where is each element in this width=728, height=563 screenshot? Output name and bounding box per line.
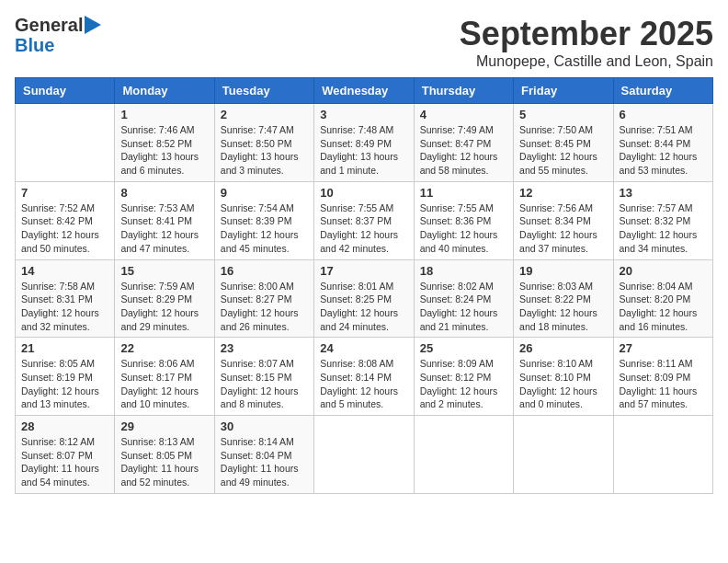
table-row: 16Sunrise: 8:00 AM Sunset: 8:27 PM Dayli…	[214, 259, 313, 338]
day-info: Sunrise: 8:12 AM Sunset: 8:07 PM Dayligh…	[21, 435, 108, 489]
day-info: Sunrise: 8:08 AM Sunset: 8:14 PM Dayligh…	[320, 357, 407, 411]
day-number: 5	[519, 108, 607, 121]
table-row: 6Sunrise: 7:51 AM Sunset: 8:44 PM Daylig…	[613, 104, 712, 182]
day-number: 14	[21, 264, 108, 278]
calendar-title-section: September 2025 Munopepe, Castille and Le…	[460, 15, 713, 70]
day-info: Sunrise: 7:53 AM Sunset: 8:41 PM Dayligh…	[120, 201, 208, 256]
day-info: Sunrise: 8:10 AM Sunset: 8:10 PM Dayligh…	[519, 357, 607, 411]
day-number: 1	[120, 108, 208, 121]
table-row: 30Sunrise: 8:14 AM Sunset: 8:04 PM Dayli…	[214, 416, 313, 494]
day-info: Sunrise: 7:50 AM Sunset: 8:45 PM Dayligh…	[519, 123, 607, 178]
table-row	[16, 104, 115, 182]
table-row: 18Sunrise: 8:02 AM Sunset: 8:24 PM Dayli…	[414, 259, 513, 338]
table-row: 2Sunrise: 7:47 AM Sunset: 8:50 PM Daylig…	[214, 104, 313, 182]
table-row: 23Sunrise: 8:07 AM Sunset: 8:15 PM Dayli…	[214, 338, 313, 416]
day-number: 13	[620, 186, 707, 200]
calendar-week-5: 28Sunrise: 8:12 AM Sunset: 8:07 PM Dayli…	[16, 416, 713, 494]
day-number: 2	[221, 108, 308, 121]
day-number: 25	[420, 341, 507, 355]
calendar-week-1: 1Sunrise: 7:46 AM Sunset: 8:52 PM Daylig…	[16, 104, 713, 182]
day-info: Sunrise: 7:56 AM Sunset: 8:34 PM Dayligh…	[519, 201, 607, 256]
header-monday: Monday	[115, 78, 214, 104]
day-number: 8	[120, 186, 208, 200]
day-info: Sunrise: 8:11 AM Sunset: 8:09 PM Dayligh…	[620, 357, 707, 411]
calendar-table: Sunday Monday Tuesday Wednesday Thursday…	[15, 77, 713, 494]
table-row: 5Sunrise: 7:50 AM Sunset: 8:45 PM Daylig…	[514, 104, 613, 182]
day-number: 30	[221, 419, 308, 433]
day-info: Sunrise: 7:48 AM Sunset: 8:49 PM Dayligh…	[320, 123, 407, 178]
table-row: 27Sunrise: 8:11 AM Sunset: 8:09 PM Dayli…	[613, 338, 712, 416]
table-row: 9Sunrise: 7:54 AM Sunset: 8:39 PM Daylig…	[214, 181, 313, 259]
header-tuesday: Tuesday	[214, 78, 313, 104]
calendar-week-4: 21Sunrise: 8:05 AM Sunset: 8:19 PM Dayli…	[16, 338, 713, 416]
day-number: 20	[620, 264, 707, 278]
day-number: 24	[320, 341, 407, 355]
header-thursday: Thursday	[414, 78, 513, 104]
table-row: 19Sunrise: 8:03 AM Sunset: 8:22 PM Dayli…	[514, 259, 613, 338]
day-info: Sunrise: 7:54 AM Sunset: 8:39 PM Dayligh…	[221, 201, 308, 256]
table-row	[514, 416, 613, 494]
calendar-week-3: 14Sunrise: 7:58 AM Sunset: 8:31 PM Dayli…	[16, 259, 713, 338]
day-number: 10	[320, 186, 407, 200]
day-info: Sunrise: 8:09 AM Sunset: 8:12 PM Dayligh…	[420, 357, 507, 411]
day-number: 9	[221, 186, 308, 200]
day-info: Sunrise: 8:02 AM Sunset: 8:24 PM Dayligh…	[420, 280, 507, 334]
header-friday: Friday	[514, 78, 613, 104]
table-row: 24Sunrise: 8:08 AM Sunset: 8:14 PM Dayli…	[314, 338, 414, 416]
table-row: 29Sunrise: 8:13 AM Sunset: 8:05 PM Dayli…	[115, 416, 214, 494]
day-info: Sunrise: 8:03 AM Sunset: 8:22 PM Dayligh…	[519, 280, 607, 334]
day-number: 27	[620, 341, 707, 355]
day-number: 15	[120, 264, 208, 278]
day-number: 17	[320, 264, 407, 278]
table-row: 14Sunrise: 7:58 AM Sunset: 8:31 PM Dayli…	[16, 259, 115, 338]
day-number: 18	[420, 264, 507, 278]
day-info: Sunrise: 8:05 AM Sunset: 8:19 PM Dayligh…	[21, 357, 108, 411]
table-row: 26Sunrise: 8:10 AM Sunset: 8:10 PM Dayli…	[514, 338, 613, 416]
day-number: 12	[519, 186, 607, 200]
calendar-header-row: Sunday Monday Tuesday Wednesday Thursday…	[16, 78, 713, 104]
day-info: Sunrise: 7:49 AM Sunset: 8:47 PM Dayligh…	[420, 123, 507, 178]
table-row: 20Sunrise: 8:04 AM Sunset: 8:20 PM Dayli…	[613, 259, 712, 338]
table-row: 8Sunrise: 7:53 AM Sunset: 8:41 PM Daylig…	[115, 181, 214, 259]
table-row: 22Sunrise: 8:06 AM Sunset: 8:17 PM Dayli…	[115, 338, 214, 416]
day-number: 22	[120, 341, 208, 355]
day-info: Sunrise: 7:52 AM Sunset: 8:42 PM Dayligh…	[21, 201, 108, 256]
logo-general-text: General	[15, 15, 83, 35]
day-number: 11	[420, 186, 507, 200]
day-number: 3	[320, 108, 407, 121]
table-row: 17Sunrise: 8:01 AM Sunset: 8:25 PM Dayli…	[314, 259, 414, 338]
svg-marker-0	[85, 16, 101, 34]
table-row	[314, 416, 414, 494]
table-row: 25Sunrise: 8:09 AM Sunset: 8:12 PM Dayli…	[414, 338, 513, 416]
table-row: 21Sunrise: 8:05 AM Sunset: 8:19 PM Dayli…	[16, 338, 115, 416]
table-row: 4Sunrise: 7:49 AM Sunset: 8:47 PM Daylig…	[414, 104, 513, 182]
day-info: Sunrise: 8:00 AM Sunset: 8:27 PM Dayligh…	[221, 280, 308, 334]
day-info: Sunrise: 7:55 AM Sunset: 8:36 PM Dayligh…	[420, 201, 507, 256]
table-row: 3Sunrise: 7:48 AM Sunset: 8:49 PM Daylig…	[314, 104, 414, 182]
day-info: Sunrise: 8:07 AM Sunset: 8:15 PM Dayligh…	[221, 357, 308, 411]
calendar-subtitle: Munopepe, Castille and Leon, Spain	[460, 53, 713, 70]
day-number: 4	[420, 108, 507, 121]
page-header: General Blue September 2025 Munopepe, Ca…	[15, 15, 713, 70]
table-row: 10Sunrise: 7:55 AM Sunset: 8:37 PM Dayli…	[314, 181, 414, 259]
day-info: Sunrise: 8:13 AM Sunset: 8:05 PM Dayligh…	[120, 435, 208, 489]
day-number: 29	[120, 419, 208, 433]
day-number: 19	[519, 264, 607, 278]
header-wednesday: Wednesday	[314, 78, 414, 104]
day-number: 21	[21, 341, 108, 355]
day-number: 7	[21, 186, 108, 200]
table-row	[414, 416, 513, 494]
day-info: Sunrise: 7:46 AM Sunset: 8:52 PM Dayligh…	[120, 123, 208, 178]
day-info: Sunrise: 7:55 AM Sunset: 8:37 PM Dayligh…	[320, 201, 407, 256]
day-number: 23	[221, 341, 308, 355]
table-row: 7Sunrise: 7:52 AM Sunset: 8:42 PM Daylig…	[16, 181, 115, 259]
day-info: Sunrise: 8:06 AM Sunset: 8:17 PM Dayligh…	[120, 357, 208, 411]
table-row: 11Sunrise: 7:55 AM Sunset: 8:36 PM Dayli…	[414, 181, 513, 259]
day-info: Sunrise: 8:04 AM Sunset: 8:20 PM Dayligh…	[620, 280, 707, 334]
table-row: 13Sunrise: 7:57 AM Sunset: 8:32 PM Dayli…	[613, 181, 712, 259]
day-info: Sunrise: 8:14 AM Sunset: 8:04 PM Dayligh…	[221, 435, 308, 489]
table-row: 12Sunrise: 7:56 AM Sunset: 8:34 PM Dayli…	[514, 181, 613, 259]
day-info: Sunrise: 7:47 AM Sunset: 8:50 PM Dayligh…	[221, 123, 308, 178]
calendar-title: September 2025	[460, 15, 713, 53]
day-info: Sunrise: 7:59 AM Sunset: 8:29 PM Dayligh…	[120, 280, 208, 334]
